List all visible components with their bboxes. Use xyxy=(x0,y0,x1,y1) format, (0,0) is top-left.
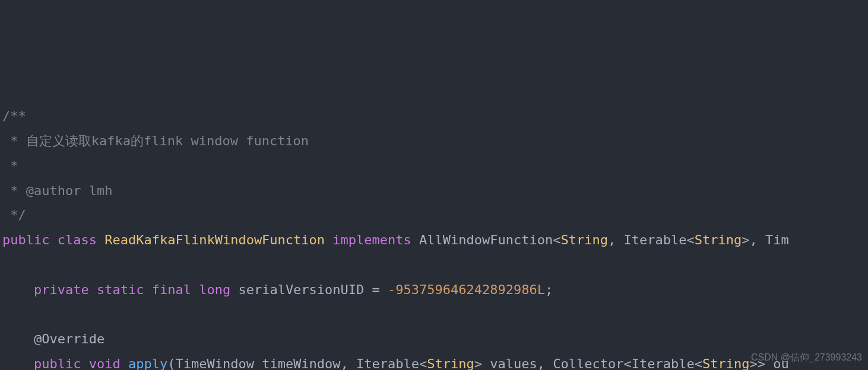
comment-line: */ xyxy=(2,208,26,222)
keyword-long: long xyxy=(199,282,230,297)
operator-eq: = xyxy=(372,282,380,297)
field-serial: serialVersionUID xyxy=(238,282,364,297)
annotation-override: @Override xyxy=(34,331,104,346)
type-allwindow: AllWindowFunction xyxy=(419,232,553,247)
class-name: ReadKafkaFlinkWindowFunction xyxy=(104,232,325,247)
param-timewindow: timeWindow xyxy=(262,356,340,370)
param-values: values xyxy=(490,356,537,370)
keyword-public: public xyxy=(34,356,81,370)
comment-line: * @author lmh xyxy=(2,183,112,198)
code-block: /** * 自定义读取kafka的flink window function *… xyxy=(2,104,866,370)
type-string: String xyxy=(695,232,742,247)
type-string: String xyxy=(702,356,749,370)
type-collector: Collector xyxy=(553,356,623,370)
comment-line: /** xyxy=(2,109,26,123)
type-string: String xyxy=(560,232,607,247)
keyword-class: class xyxy=(58,232,97,247)
comment-line: * xyxy=(2,158,18,173)
semicolon: ; xyxy=(545,282,553,297)
type-iterable: Iterable xyxy=(623,232,686,247)
number-literal: -953759646242892986L xyxy=(388,282,545,297)
type-timewindow-trunc: Tim xyxy=(765,232,789,247)
type-timewindow: TimeWindow xyxy=(175,356,254,370)
keyword-public: public xyxy=(2,232,49,247)
keyword-static: static xyxy=(97,282,144,297)
keyword-void: void xyxy=(89,356,121,370)
type-string: String xyxy=(427,356,474,370)
keyword-private: private xyxy=(34,282,89,297)
keyword-implements: implements xyxy=(332,232,411,247)
watermark-text: CSDN @信仰_273993243 xyxy=(751,349,862,366)
keyword-final: final xyxy=(152,282,191,297)
method-apply: apply xyxy=(128,356,167,370)
type-iterable: Iterable xyxy=(356,356,419,370)
type-iterable: Iterable xyxy=(632,356,695,370)
comment-line: * 自定义读取kafka的flink window function xyxy=(2,133,309,148)
